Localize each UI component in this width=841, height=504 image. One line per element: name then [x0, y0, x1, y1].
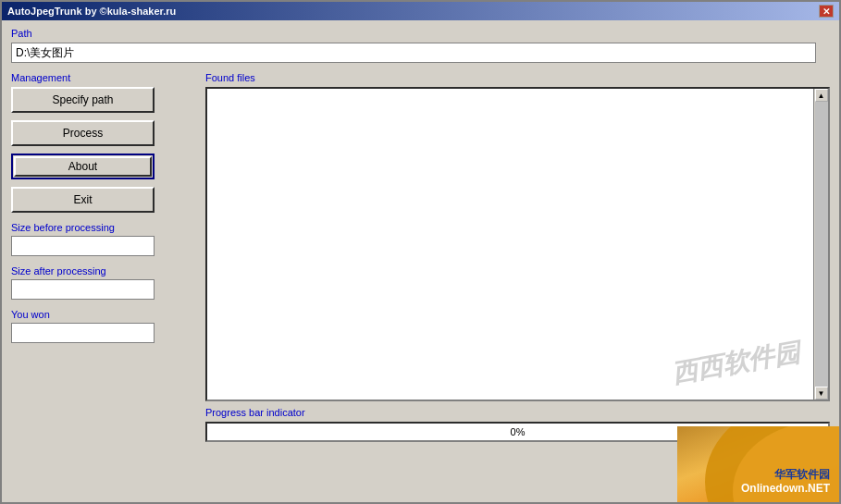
banner-line2-text: Onlinedown — [741, 482, 805, 495]
scrollbar-track[interactable] — [815, 102, 828, 387]
two-column-layout: Management Specify path Process About Ex… — [11, 72, 830, 442]
scrollbar-right[interactable]: ▲ ▼ — [813, 89, 828, 400]
watermark: 西西软件园 — [669, 335, 802, 392]
scroll-up-arrow[interactable]: ▲ — [815, 89, 828, 102]
size-after-section: Size after processing — [11, 265, 196, 300]
you-won-input[interactable] — [11, 323, 155, 343]
about-button-wrapper[interactable]: About — [11, 154, 155, 179]
banner-line1-text: 华军软件园 — [774, 468, 830, 481]
you-won-section: You won — [11, 309, 196, 343]
you-won-label: You won — [11, 309, 196, 320]
found-files-section: Found files ▲ ▼ 西西软件园 — [205, 72, 830, 401]
banner-suffix: .NET — [805, 482, 830, 495]
process-button[interactable]: Process — [11, 120, 155, 146]
size-after-input[interactable] — [11, 279, 155, 300]
size-before-input[interactable] — [11, 236, 155, 256]
size-before-label: Size before processing — [11, 222, 196, 233]
corner-banner: 华军软件园 Onlinedown.NET — [677, 426, 839, 502]
specify-path-button[interactable]: Specify path — [11, 87, 155, 113]
management-label: Management — [11, 72, 196, 83]
size-before-section: Size before processing — [11, 222, 196, 256]
found-files-box[interactable]: ▲ ▼ 西西软件园 — [205, 87, 830, 401]
left-panel: Management Specify path Process About Ex… — [11, 72, 196, 442]
found-files-label: Found files — [205, 72, 830, 83]
about-button[interactable]: About — [14, 156, 152, 177]
management-section: Management Specify path Process About Ex… — [11, 72, 196, 213]
window-title: AutoJpegTrunk by ©kula-shaker.ru — [7, 6, 176, 17]
banner-text: 华军软件园 Onlinedown.NET — [741, 465, 835, 498]
close-button[interactable]: ✕ — [819, 5, 834, 18]
path-section: Path — [11, 28, 830, 63]
size-after-label: Size after processing — [11, 265, 196, 277]
progress-label: Progress bar indicator — [205, 407, 830, 418]
right-panel: Found files ▲ ▼ 西西软件园 Progress ba — [205, 72, 830, 442]
scroll-down-arrow[interactable]: ▼ — [815, 387, 828, 400]
exit-button[interactable]: Exit — [11, 187, 155, 213]
banner-line2: Onlinedown.NET — [741, 482, 830, 495]
progress-text: 0% — [511, 426, 526, 437]
main-window: AutoJpegTrunk by ©kula-shaker.ru ✕ Path … — [0, 0, 841, 504]
banner-line1: 华军软件园 — [741, 465, 830, 482]
path-input[interactable] — [11, 43, 816, 63]
path-label: Path — [11, 28, 830, 39]
title-bar: AutoJpegTrunk by ©kula-shaker.ru ✕ — [2, 2, 839, 20]
main-content: Path Management Specify path Process Abo… — [2, 20, 839, 449]
